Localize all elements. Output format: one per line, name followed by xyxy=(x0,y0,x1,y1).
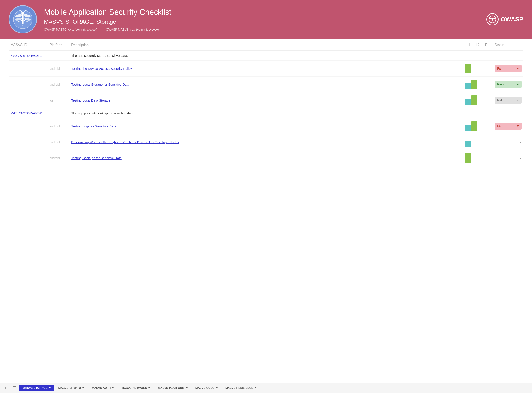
masvs-id-empty xyxy=(9,77,48,92)
status-chevron-icon xyxy=(517,68,519,69)
masvs-id-empty xyxy=(9,118,48,134)
platform-label: android xyxy=(49,156,60,160)
nav-tab-label: MASVS-NETWORK xyxy=(122,386,147,389)
svg-point-13 xyxy=(22,23,23,24)
status-cell: Fail xyxy=(493,118,523,134)
bar-empty-cell xyxy=(465,51,493,61)
mastg-version: OWASP MASTG x.x.x (commit: xxxxxx) xyxy=(44,28,97,31)
nav-tab-chevron-icon xyxy=(216,387,218,388)
test-link[interactable]: Testing Local Storage for Sensitive Data xyxy=(71,83,129,86)
masvs-id-empty xyxy=(9,92,48,108)
status-badge-fail[interactable]: Fail xyxy=(495,123,522,130)
page-header: Mobile Application Security Checklist MA… xyxy=(0,0,532,39)
nav-tab-chevron-icon xyxy=(148,387,150,388)
col-header-platform: Platform xyxy=(48,39,69,51)
bottom-nav: ＋ ☰ MASVS-STORAGEMASVS-CRYPTOMASVS-AUTHM… xyxy=(0,383,532,393)
menu-button[interactable]: ☰ xyxy=(10,384,18,392)
test-link-cell: Testing Logs for Sensitive Data xyxy=(69,118,465,134)
status-cell: N/A xyxy=(493,92,523,108)
main-content: MASVS-ID Platform Description L1 L2 R St… xyxy=(0,39,532,383)
status-label: Fail xyxy=(497,67,502,70)
group-description: The app prevents leakage of sensitive da… xyxy=(71,111,134,115)
masvs-id-link[interactable]: MASVS-STORAGE-2 xyxy=(10,111,42,115)
owasp-circle-icon xyxy=(486,13,498,25)
nav-tab-label: MASVS-STORAGE xyxy=(23,386,48,389)
platform-cell: android xyxy=(48,118,69,134)
status-cell: Fail xyxy=(493,61,523,77)
nav-tab-label: MASVS-RESILIENCE xyxy=(225,386,253,389)
platform-cell: android xyxy=(48,134,69,150)
status-empty-cell xyxy=(493,51,523,61)
col-header-description: Description xyxy=(69,39,465,51)
nav-tab-label: MASVS-CRYPTO xyxy=(59,386,81,389)
masvs-id-empty xyxy=(9,150,48,166)
table-row: android Testing Local Storage for Sensit… xyxy=(9,77,523,92)
nav-tab-label: MASVS-PLATFORM xyxy=(158,386,185,389)
bars-cell xyxy=(465,150,493,166)
nav-tab-label: MASVS-CODE xyxy=(195,386,215,389)
status-chevron-icon xyxy=(517,99,519,101)
masvs-id-cell: MASVS-STORAGE-1 xyxy=(9,51,48,61)
bar-green xyxy=(471,121,477,131)
table-row: android Testing Logs for Sensitive Data … xyxy=(9,118,523,134)
test-link[interactable]: Testing the Device-Access-Security Polic… xyxy=(71,67,132,70)
test-link-cell: Testing Backups for Sensitive Data xyxy=(69,150,465,166)
platform-label: android xyxy=(49,67,60,70)
platform-cell: android xyxy=(48,61,69,77)
nav-tab-label: MASVS-AUTH xyxy=(92,386,111,389)
bar-teal xyxy=(465,83,471,89)
r-label: R xyxy=(485,43,488,47)
status-label: Pass xyxy=(497,83,504,86)
status-label: Fail xyxy=(497,124,502,128)
bar-empty-cell xyxy=(465,108,493,118)
col-header-l1: L1 xyxy=(465,39,474,51)
bars-cell xyxy=(465,61,493,77)
status-badge-fail[interactable]: Fail xyxy=(495,65,522,72)
test-link[interactable]: Testing Backups for Sensitive Data xyxy=(71,156,122,160)
table-header-row: MASVS-ID Platform Description L1 L2 R St… xyxy=(9,39,523,51)
page-title: Mobile Application Security Checklist xyxy=(44,8,479,17)
bar-teal xyxy=(465,141,471,147)
masvs-id-link[interactable]: MASVS-STORAGE-1 xyxy=(10,54,42,57)
status-chevron-icon xyxy=(519,158,522,159)
nav-tab-masvs-auth[interactable]: MASVS-AUTH xyxy=(88,384,117,391)
col-header-l2: L2 xyxy=(474,39,483,51)
nav-tab-masvs-resilience[interactable]: MASVS-RESILIENCE xyxy=(222,384,260,391)
nav-tab-chevron-icon xyxy=(49,387,51,388)
nav-tab-masvs-network[interactable]: MASVS-NETWORK xyxy=(118,384,154,391)
l1-label: L1 xyxy=(466,43,470,47)
header-text-block: Mobile Application Security Checklist MA… xyxy=(44,8,479,31)
table-row: android Testing Backups for Sensitive Da… xyxy=(9,150,523,166)
page-subtitle: MASVS-STORAGE: Storage xyxy=(44,19,479,25)
bars-cell xyxy=(465,118,493,134)
platform-label: android xyxy=(49,140,60,144)
app-logo xyxy=(9,5,37,34)
bar-teal xyxy=(465,125,471,131)
table-row: android Testing the Device-Access-Securi… xyxy=(9,61,523,77)
svg-point-2 xyxy=(21,11,24,15)
svg-rect-1 xyxy=(22,14,24,24)
svg-point-14 xyxy=(22,25,24,26)
platform-cell: ios xyxy=(48,92,69,108)
test-link[interactable]: Testing Logs for Sensitive Data xyxy=(71,124,116,128)
nav-tab-masvs-code[interactable]: MASVS-CODE xyxy=(192,384,221,391)
nav-tab-masvs-platform[interactable]: MASVS-PLATFORM xyxy=(155,384,191,391)
masvs-version: OWASP MASVS y.y.y (commit: yyyyyy) xyxy=(106,28,159,31)
test-link[interactable]: Determining Whether the Keyboard Cache I… xyxy=(71,140,179,144)
group-header-row: MASVS-STORAGE-1 The app securely stores … xyxy=(9,51,523,61)
add-tab-button[interactable]: ＋ xyxy=(2,384,10,392)
status-badge-na[interactable]: N/A xyxy=(495,97,522,104)
nav-tab-masvs-storage[interactable]: MASVS-STORAGE xyxy=(19,384,54,391)
bars-cell xyxy=(465,92,493,108)
test-link[interactable]: Testing Local Data Storage xyxy=(71,98,110,102)
platform-cell: android xyxy=(48,77,69,92)
nav-tab-masvs-crypto[interactable]: MASVS-CRYPTO xyxy=(55,384,88,391)
status-badge-pass[interactable]: Pass xyxy=(495,81,522,88)
bars-cell xyxy=(465,77,493,92)
group-header-row: MASVS-STORAGE-2 The app prevents leakage… xyxy=(9,108,523,118)
col-header-r: R xyxy=(483,39,493,51)
masvs-id-cell: MASVS-STORAGE-2 xyxy=(9,108,48,118)
status-chevron-icon xyxy=(519,142,522,143)
status-cell xyxy=(493,134,523,150)
platform-cell-empty xyxy=(48,51,69,61)
